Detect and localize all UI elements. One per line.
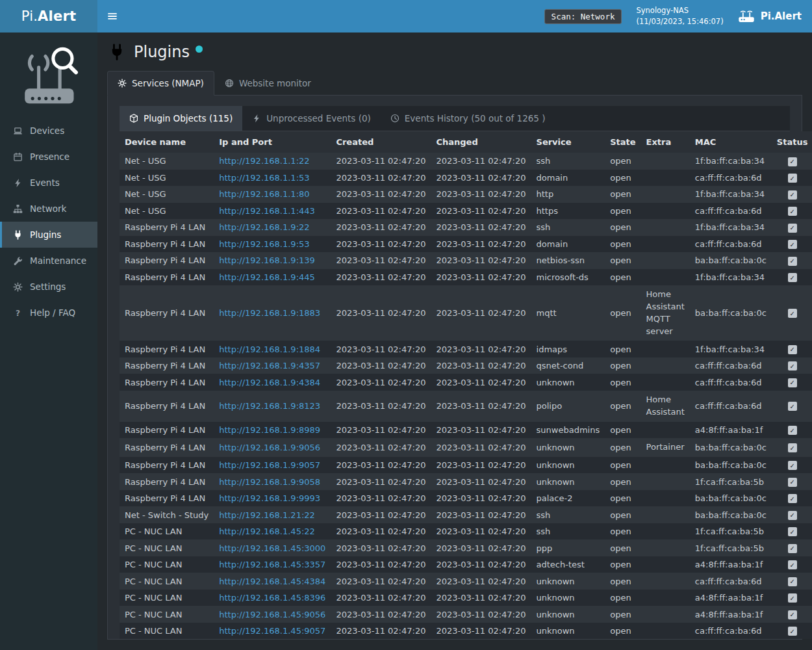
column-header-service[interactable]: Service: [531, 131, 605, 153]
status-checkbox[interactable]: ✓: [788, 345, 797, 354]
ip-port-link[interactable]: http://192.168.1.21:22: [219, 510, 315, 520]
status-checkbox[interactable]: ✓: [788, 527, 797, 536]
table-row: PC - NUC LANhttp://192.168.1.45:90562023…: [120, 606, 812, 623]
status-checkbox[interactable]: ✓: [788, 426, 797, 435]
mac-cell: a4:8f:ff:aa:ba:1f: [690, 556, 772, 573]
ip-port-link[interactable]: http://192.168.1.45:9057: [219, 626, 325, 636]
column-header-created[interactable]: Created: [331, 131, 431, 153]
status-checkbox[interactable]: ✓: [788, 378, 797, 387]
extra-cell: [641, 457, 690, 474]
status-checkbox[interactable]: ✓: [788, 478, 797, 487]
status-checkbox[interactable]: ✓: [788, 240, 797, 249]
ip-port-link[interactable]: http://192.168.1.9:8123: [219, 401, 320, 411]
ip-port-link[interactable]: http://192.168.1.9:8989: [219, 425, 320, 435]
created-cell: 2023-03-11 02:47:20: [331, 374, 431, 391]
status-checkbox[interactable]: ✓: [788, 207, 797, 216]
ip-port-link[interactable]: http://192.168.1.9:9993: [219, 493, 320, 503]
state-cell: open: [605, 473, 641, 490]
status-checkbox[interactable]: ✓: [788, 257, 797, 266]
ip-port-cell: http://192.168.1.45:9056: [214, 606, 331, 623]
changed-cell: 2023-03-11 02:47:20: [431, 269, 531, 286]
status-checkbox[interactable]: ✓: [788, 309, 797, 318]
brand-logo[interactable]: Pi.Alert: [0, 0, 97, 32]
created-cell: 2023-03-11 02:47:20: [331, 606, 431, 623]
column-header-mac[interactable]: MAC: [690, 131, 772, 153]
page-title: Plugins: [134, 43, 190, 61]
tab-services-nmap[interactable]: Services (NMAP): [107, 71, 214, 96]
topbar-app-link[interactable]: Pi.Alert: [738, 10, 802, 23]
ip-port-link[interactable]: http://192.168.1.45:9056: [219, 610, 325, 619]
ip-port-link[interactable]: http://192.168.1.9:1883: [219, 308, 320, 318]
ip-port-link[interactable]: http://192.168.1.9:22: [219, 222, 309, 232]
ip-port-link[interactable]: http://192.168.1.9:53: [219, 239, 309, 249]
status-checkbox[interactable]: ✓: [788, 627, 797, 636]
column-header-device-name[interactable]: Device name: [120, 131, 214, 153]
status-checkbox[interactable]: ✓: [788, 544, 797, 553]
sidebar-item-presence[interactable]: Presence: [0, 144, 97, 170]
tab-plugin-objects-115[interactable]: Plugin Objects (115): [120, 106, 242, 131]
tab-website-monitor[interactable]: Website monitor: [214, 71, 322, 96]
ip-port-link[interactable]: http://192.168.1.9:9056: [219, 443, 320, 452]
created-cell: 2023-03-11 02:47:20: [331, 540, 431, 556]
status-cell: ✓: [772, 573, 812, 590]
status-checkbox[interactable]: ✓: [788, 174, 797, 183]
status-checkbox[interactable]: ✓: [788, 511, 797, 520]
ip-port-link[interactable]: http://192.168.1.9:4384: [219, 378, 320, 387]
status-checkbox[interactable]: ✓: [788, 190, 797, 200]
ip-port-link[interactable]: http://192.168.1.9:1884: [219, 344, 320, 354]
ip-port-link[interactable]: http://192.168.1.1:80: [219, 189, 309, 199]
sidebar-item-label: Presence: [30, 151, 70, 162]
device-name-cell: PC - NUC LAN: [120, 556, 214, 573]
extra-cell: [641, 523, 690, 540]
column-header-ip-and-port[interactable]: Ip and Port: [214, 131, 331, 153]
ip-port-link[interactable]: http://192.168.1.1:443: [219, 206, 315, 216]
column-header-state[interactable]: State: [605, 131, 641, 153]
status-cell: ✓: [772, 422, 812, 439]
status-checkbox[interactable]: ✓: [788, 402, 797, 411]
ip-port-link[interactable]: http://192.168.1.9:139: [219, 255, 315, 265]
ip-port-link[interactable]: http://192.168.1.9:9058: [219, 477, 320, 487]
ip-port-link[interactable]: http://192.168.1.9:9057: [219, 460, 320, 470]
ip-port-link[interactable]: http://192.168.1.1:53: [219, 173, 309, 183]
sidebar-item-help-faq[interactable]: ?Help / FAQ: [0, 300, 97, 326]
ip-port-link[interactable]: http://192.168.1.9:445: [219, 272, 315, 282]
status-checkbox[interactable]: ✓: [788, 361, 797, 370]
ip-port-link[interactable]: http://192.168.1.45:3357: [219, 560, 325, 569]
ip-port-link[interactable]: http://192.168.1.1:22: [219, 156, 309, 166]
sidebar-item-devices[interactable]: Devices: [0, 118, 97, 144]
sidebar-item-settings[interactable]: Settings: [0, 274, 97, 300]
status-checkbox[interactable]: ✓: [788, 273, 797, 282]
ip-port-link[interactable]: http://192.168.1.45:4384: [219, 577, 325, 586]
device-name-cell: PC - NUC LAN: [120, 540, 214, 556]
status-checkbox[interactable]: ✓: [788, 224, 797, 233]
ip-port-link[interactable]: http://192.168.1.45:3000: [219, 543, 325, 553]
status-checkbox[interactable]: ✓: [788, 443, 797, 452]
status-checkbox[interactable]: ✓: [788, 560, 797, 569]
status-checkbox[interactable]: ✓: [788, 577, 797, 586]
ip-port-link[interactable]: http://192.168.1.45:22: [219, 526, 315, 536]
status-cell: ✓: [772, 556, 812, 573]
status-checkbox[interactable]: ✓: [788, 157, 797, 166]
status-cell: ✓: [772, 490, 812, 507]
column-header-extra[interactable]: Extra: [641, 131, 690, 153]
device-name-cell: PC - NUC LAN: [120, 523, 214, 540]
plugins-help-badge[interactable]: [196, 46, 203, 53]
status-checkbox[interactable]: ✓: [788, 494, 797, 503]
service-cell: unknown: [531, 473, 605, 490]
column-header-status[interactable]: Status: [772, 131, 812, 153]
ip-port-link[interactable]: http://192.168.1.9:4357: [219, 361, 320, 370]
sidebar-item-plugins[interactable]: Plugins: [0, 222, 97, 248]
status-checkbox[interactable]: ✓: [788, 461, 797, 470]
mac-cell: 1f:ba:ff:ca:ba:34: [690, 153, 772, 170]
sidebar-toggle-button[interactable]: [97, 0, 127, 32]
status-checkbox[interactable]: ✓: [788, 610, 797, 619]
tab-events-history-50-out-of-1265[interactable]: Events History (50 out of 1265 ): [381, 106, 555, 131]
tab-unprocessed-events-0[interactable]: Unprocessed Events (0): [242, 106, 381, 131]
column-header-changed[interactable]: Changed: [431, 131, 531, 153]
device-name-cell: Raspberry Pi 4 LAN: [120, 374, 214, 391]
sidebar-item-network[interactable]: Network: [0, 196, 97, 222]
sidebar-item-events[interactable]: Events: [0, 170, 97, 196]
sidebar-item-maintenance[interactable]: Maintenance: [0, 248, 97, 274]
ip-port-link[interactable]: http://192.168.1.45:8396: [219, 593, 325, 603]
status-checkbox[interactable]: ✓: [788, 593, 797, 603]
